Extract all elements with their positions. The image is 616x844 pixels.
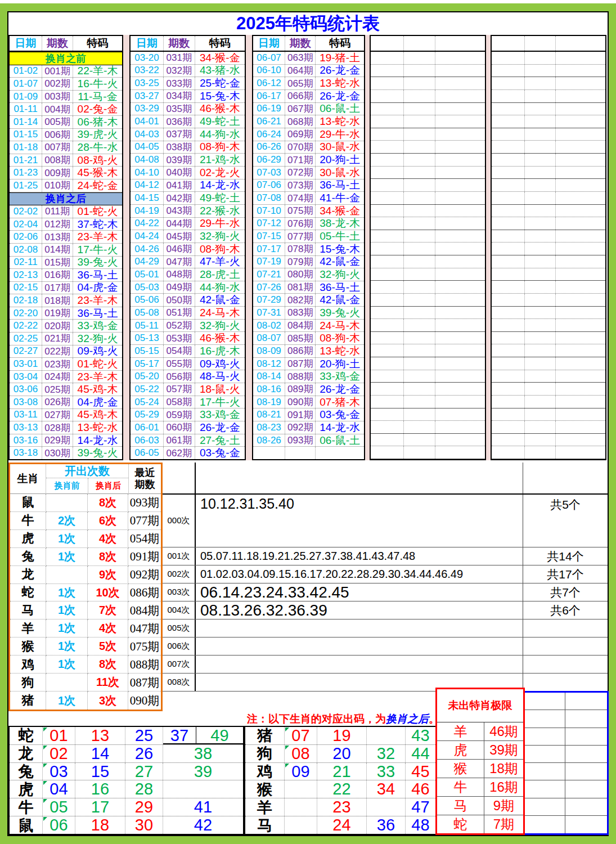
limit-row: 马9期: [437, 797, 523, 815]
result-row: [492, 115, 605, 128]
period-cell: 054期: [163, 345, 195, 357]
after-count-cell: 4次: [88, 530, 128, 548]
special-code-cell: [555, 319, 605, 331]
recent-period-cell: 090期: [128, 692, 161, 710]
period-cell: 039期: [163, 154, 195, 166]
result-row: [371, 90, 485, 103]
group-header-row: [492, 36, 605, 52]
limit-period-cell: 39期: [484, 741, 523, 759]
date-cell: 04-08: [131, 154, 163, 166]
special-code-cell: [435, 205, 485, 217]
date-cell: 04-24: [131, 230, 163, 243]
result-row: 08-14088期33-鸡-金: [253, 370, 364, 383]
main-table-group: 日期期数特码06-07063期19-猪-土06-10064期26-龙-金06-1…: [252, 35, 365, 460]
result-row: 06-01060期26-龙-金: [131, 421, 245, 434]
number-cell: 46: [405, 780, 435, 798]
period-cell: 046期: [163, 243, 195, 255]
main-table-group: 日期期数特码换肖之前01-02001期22-羊-木01-07002期16-牛-火…: [8, 35, 123, 460]
counts-row: 001次05.07.11.18.19.21.25.27.37.38.41.43.…: [163, 547, 608, 565]
period-cell: 070期: [285, 141, 315, 154]
special-code-cell: 47-羊-火: [195, 256, 245, 268]
date-cell: 04-05: [131, 141, 163, 154]
date-cell: [371, 446, 403, 459]
recent-period-cell: 088期: [128, 656, 161, 674]
special-code-cell: 11-马-金: [73, 91, 122, 103]
special-code-cell: [435, 230, 485, 243]
special-code-cell: [555, 243, 605, 255]
special-code-cell: 30-鼠-水: [315, 167, 364, 179]
period-cell: 024期: [42, 371, 73, 383]
zodiac-map-row: 羊2347: [245, 798, 435, 816]
date-cell: [371, 396, 403, 408]
count-label-cell: 008次: [163, 674, 196, 691]
limit-period-cell: 46期: [484, 722, 523, 740]
period-cell: 069期: [285, 128, 315, 141]
zodiac-map-row: 蛇0113253749: [10, 727, 243, 745]
header-period-cell: 期数: [285, 36, 315, 51]
number-cell: 06: [42, 816, 75, 834]
zodiac-cell: 虎: [10, 530, 46, 548]
period-cell: [403, 179, 435, 191]
period-cell: 047期: [163, 256, 195, 268]
recent-period-cell: 077期: [128, 512, 161, 530]
period-cell: [403, 217, 435, 230]
zodiac-cell: 鸡: [10, 656, 46, 674]
special-code-cell: [555, 255, 605, 268]
special-code-cell: 46-猴-木: [195, 332, 245, 344]
numbers-cell: 01.02.03.04.09.15.16.17.20.22.28.29.30.3…: [196, 565, 523, 583]
special-code-cell: [555, 307, 605, 319]
date-cell: 02-18: [10, 294, 42, 307]
date-cell: 05-03: [131, 281, 163, 294]
period-cell: 067期: [285, 103, 315, 115]
period-cell: [524, 205, 556, 217]
counts-row: 000次10.12.31.35.40共5个: [163, 493, 608, 547]
special-code-cell: [435, 281, 485, 293]
number-cell: 02: [42, 745, 75, 762]
result-row: 05-01048期28-虎-土: [131, 268, 245, 281]
counts-row: 006次: [163, 638, 608, 656]
special-code-cell: [435, 319, 485, 331]
period-cell: 026期: [42, 396, 73, 408]
special-code-cell: 29-牛-水: [315, 128, 364, 141]
result-row: 06-12065期13-蛇-水: [253, 77, 364, 90]
date-cell: [371, 281, 403, 293]
special-code-cell: 23-羊-木: [73, 294, 122, 307]
period-cell: [524, 90, 556, 102]
special-code-cell: [435, 446, 485, 459]
result-row: [492, 230, 605, 243]
special-code-cell: 28-虎-土: [195, 268, 245, 281]
period-cell: 087期: [285, 358, 315, 370]
limit-row: 牛16期: [437, 778, 523, 797]
period-cell: 079期: [285, 256, 315, 268]
date-cell: 06-29: [253, 154, 285, 166]
special-code-cell: 45-鸡-木: [73, 383, 122, 396]
result-row: 04-12041期14-龙-水: [131, 179, 245, 192]
recent-period-cell: 093期: [128, 494, 161, 512]
period-cell: 036期: [163, 115, 195, 128]
special-code-cell: 33-鸡-金: [73, 320, 122, 332]
zodiac-cell: 兔: [10, 763, 42, 780]
result-row: 05-06050期42-鼠-金: [131, 294, 245, 307]
limit-row: 蛇7期: [437, 815, 523, 833]
blue-grid-cell: [565, 693, 608, 710]
blue-grid-cell: [565, 816, 608, 833]
special-code-cell: [555, 154, 605, 166]
result-row: 07-26081期36-马-土: [253, 281, 364, 294]
special-code-cell: [435, 434, 485, 446]
before-count-cell: 2次: [46, 512, 88, 530]
before-count-cell: 1次: [46, 692, 88, 710]
special-code-cell: 36-马-土: [315, 179, 364, 192]
number-cell: 07: [284, 727, 317, 744]
zodiac-map-row: 猴223446: [245, 780, 435, 798]
special-code-cell: [435, 268, 485, 281]
period-cell: 006期: [42, 129, 73, 141]
result-row: 06-17066期26-龙-金: [253, 90, 364, 103]
date-cell: [371, 344, 403, 357]
special-code-cell: 26-龙-金: [315, 383, 364, 396]
result-row: 08-02084期24-马-木: [253, 320, 364, 333]
result-row: 06-07063期19-猪-土: [253, 52, 364, 65]
result-row: [371, 77, 485, 90]
date-cell: [492, 294, 524, 306]
result-row: [371, 217, 485, 230]
period-cell: [524, 128, 556, 141]
